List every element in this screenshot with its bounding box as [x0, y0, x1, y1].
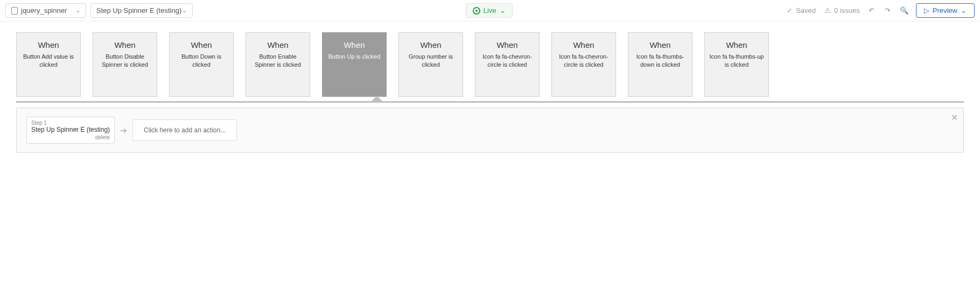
- event-card[interactable]: WhenButton Enable Spinner is clicked: [246, 32, 310, 97]
- top-toolbar: jquery_spinner ⌄ Step Up Spinner E (test…: [0, 0, 980, 22]
- redo-button[interactable]: ↷: [884, 6, 892, 15]
- workflow-canvas: WhenButton Add value is clickedWhenButto…: [0, 22, 980, 153]
- live-label: Live: [484, 6, 496, 15]
- live-button[interactable]: Live ⌄: [466, 3, 513, 18]
- warning-icon: ⚠: [823, 6, 832, 15]
- search-button[interactable]: 🔍: [900, 6, 908, 15]
- right-tools: ✓ Saved ⚠ 0 issues ↶ ↷ 🔍 ▷ Preview ⌄: [785, 3, 975, 18]
- page-dropdown[interactable]: jquery_spinner ⌄: [5, 3, 86, 18]
- play-icon: ▷: [924, 6, 929, 15]
- event-desc: Button Add value is clicked: [21, 53, 76, 69]
- event-card[interactable]: WhenIcon fa fa-thumbs-up is clicked: [704, 32, 769, 97]
- element-dropdown[interactable]: Step Up Spinner E (testing) ⌄: [90, 3, 193, 18]
- element-dropdown-label: Step Up Spinner E (testing): [96, 6, 181, 15]
- preview-label: Preview: [933, 6, 957, 15]
- page-dropdown-label: jquery_spinner: [21, 6, 67, 15]
- event-desc: Button Down is clicked: [174, 53, 229, 69]
- event-card[interactable]: WhenIcon fa fa-chevron-circle is clicked: [551, 32, 616, 97]
- step-chip[interactable]: Step 1 Step Up Spinner E (testing) delet…: [26, 117, 115, 144]
- flow-connector: [16, 96, 964, 108]
- saved-label: Saved: [796, 6, 816, 15]
- issues-button[interactable]: ⚠ 0 issues: [823, 6, 860, 15]
- file-icon: [11, 7, 18, 15]
- event-when: When: [344, 40, 365, 49]
- saved-indicator: ✓ Saved: [785, 6, 816, 15]
- event-desc: Icon fa fa-thumbs-up is clicked: [709, 53, 764, 69]
- event-when: When: [420, 40, 441, 49]
- event-when: When: [114, 40, 135, 49]
- event-desc: Button Enable Spinner is clicked: [250, 53, 305, 69]
- event-desc: Button Disable Spinner is clicked: [97, 53, 152, 69]
- search-icon: 🔍: [900, 6, 908, 15]
- event-when: When: [726, 40, 747, 49]
- event-card[interactable]: WhenIcon fa fa-thumbs-down is clicked: [628, 32, 692, 97]
- event-desc: Icon fa fa-chevron-circle is clicked: [556, 53, 611, 69]
- chevron-down-icon: ⌄: [961, 6, 967, 15]
- preview-button[interactable]: ▷ Preview ⌄: [916, 3, 975, 18]
- event-card[interactable]: WhenButton Disable Spinner is clicked: [93, 32, 157, 97]
- event-when: When: [191, 40, 212, 49]
- event-card[interactable]: WhenButton Add value is clicked: [16, 32, 81, 97]
- event-desc: Icon fa fa-chevron-circle is clicked: [480, 53, 535, 69]
- issues-label: 0 issues: [834, 6, 860, 15]
- event-desc: Button Up is clicked: [328, 53, 381, 61]
- redo-icon: ↷: [884, 6, 892, 15]
- arrow-right-icon: ➔: [120, 125, 127, 136]
- event-desc: Icon fa fa-thumbs-down is clicked: [633, 53, 688, 69]
- event-when: When: [573, 40, 594, 49]
- flow-panel: ✕ Step 1 Step Up Spinner E (testing) del…: [16, 108, 964, 153]
- chevron-down-icon: ⌄: [182, 7, 187, 14]
- globe-icon: [473, 7, 480, 15]
- step-delete[interactable]: delete: [31, 134, 110, 140]
- chevron-down-icon: ⌄: [75, 7, 80, 14]
- undo-button[interactable]: ↶: [867, 6, 876, 15]
- step-label: Step 1: [31, 120, 110, 126]
- add-action-button[interactable]: Click here to add an action...: [132, 119, 237, 141]
- event-card[interactable]: WhenIcon fa fa-chevron-circle is clicked: [475, 32, 540, 97]
- chevron-down-icon: ⌄: [500, 6, 506, 15]
- event-when: When: [649, 40, 670, 49]
- event-when: When: [267, 40, 288, 49]
- check-icon: ✓: [785, 6, 794, 15]
- event-card[interactable]: WhenButton Up is clicked: [322, 32, 387, 97]
- event-card[interactable]: WhenGroup number is clicked: [398, 32, 463, 97]
- close-icon[interactable]: ✕: [951, 112, 958, 123]
- events-row: WhenButton Add value is clickedWhenButto…: [16, 32, 964, 97]
- event-card[interactable]: WhenButton Down is clicked: [169, 32, 234, 97]
- event-when: When: [38, 40, 59, 49]
- step-title: Step Up Spinner E (testing): [31, 126, 110, 133]
- undo-icon: ↶: [867, 6, 876, 15]
- event-desc: Group number is clicked: [403, 53, 458, 69]
- event-when: When: [496, 40, 517, 49]
